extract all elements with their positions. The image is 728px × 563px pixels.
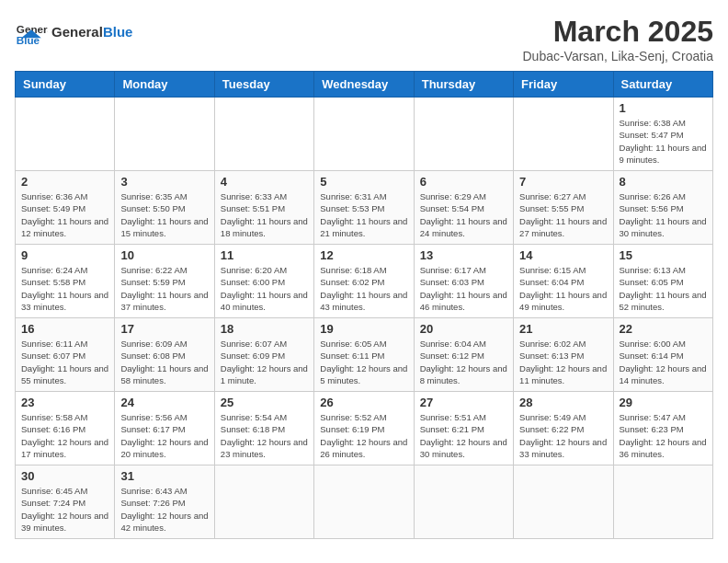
calendar-cell: 1Sunrise: 6:38 AM Sunset: 5:47 PM Daylig… bbox=[613, 98, 712, 171]
calendar-week-3: 9Sunrise: 6:24 AM Sunset: 5:58 PM Daylig… bbox=[16, 245, 713, 318]
day-header-tuesday: Tuesday bbox=[214, 72, 313, 98]
day-number: 31 bbox=[120, 469, 208, 483]
calendar-cell: 6Sunrise: 6:29 AM Sunset: 5:54 PM Daylig… bbox=[414, 171, 513, 245]
day-info: Sunrise: 6:00 AM Sunset: 6:14 PM Dayligh… bbox=[620, 338, 707, 386]
day-number: 24 bbox=[120, 396, 208, 409]
calendar-cell: 23Sunrise: 5:58 AM Sunset: 6:16 PM Dayli… bbox=[16, 392, 115, 465]
day-info: Sunrise: 6:02 AM Sunset: 6:13 PM Dayligh… bbox=[519, 338, 607, 386]
calendar-cell: 2Sunrise: 6:36 AM Sunset: 5:49 PM Daylig… bbox=[16, 171, 115, 245]
day-number: 21 bbox=[519, 322, 607, 336]
day-info: Sunrise: 5:47 AM Sunset: 6:23 PM Dayligh… bbox=[620, 411, 707, 460]
calendar-cell bbox=[414, 98, 513, 171]
calendar-cell bbox=[314, 98, 414, 171]
day-number: 7 bbox=[519, 175, 607, 189]
calendar-cell: 25Sunrise: 5:54 AM Sunset: 6:18 PM Dayli… bbox=[214, 392, 313, 465]
day-header-sunday: Sunday bbox=[16, 72, 115, 98]
calendar-header-row: SundayMondayTuesdayWednesdayThursdayFrid… bbox=[16, 72, 713, 98]
day-info: Sunrise: 6:07 AM Sunset: 6:09 PM Dayligh… bbox=[221, 338, 308, 386]
calendar-cell bbox=[514, 465, 613, 539]
day-number: 11 bbox=[221, 248, 308, 262]
day-info: Sunrise: 6:33 AM Sunset: 5:51 PM Dayligh… bbox=[221, 190, 308, 239]
day-number: 30 bbox=[21, 469, 108, 483]
calendar-cell bbox=[613, 465, 712, 539]
day-number: 15 bbox=[620, 248, 707, 262]
calendar-cell: 4Sunrise: 6:33 AM Sunset: 5:51 PM Daylig… bbox=[214, 171, 313, 245]
day-info: Sunrise: 6:38 AM Sunset: 5:47 PM Dayligh… bbox=[620, 117, 707, 166]
calendar-cell: 3Sunrise: 6:35 AM Sunset: 5:50 PM Daylig… bbox=[115, 171, 214, 245]
day-info: Sunrise: 6:05 AM Sunset: 6:11 PM Dayligh… bbox=[320, 338, 407, 386]
day-number: 28 bbox=[519, 396, 607, 409]
calendar-cell: 15Sunrise: 6:13 AM Sunset: 6:05 PM Dayli… bbox=[613, 245, 712, 318]
day-info: Sunrise: 6:43 AM Sunset: 7:26 PM Dayligh… bbox=[120, 485, 208, 534]
day-info: Sunrise: 6:13 AM Sunset: 6:05 PM Dayligh… bbox=[620, 264, 707, 313]
day-number: 19 bbox=[320, 322, 407, 336]
day-info: Sunrise: 6:45 AM Sunset: 7:24 PM Dayligh… bbox=[21, 485, 108, 534]
day-number: 29 bbox=[620, 396, 707, 409]
day-info: Sunrise: 6:26 AM Sunset: 5:56 PM Dayligh… bbox=[620, 190, 707, 239]
day-header-monday: Monday bbox=[115, 72, 214, 98]
calendar-cell: 5Sunrise: 6:31 AM Sunset: 5:53 PM Daylig… bbox=[314, 171, 414, 245]
day-info: Sunrise: 5:54 AM Sunset: 6:18 PM Dayligh… bbox=[221, 411, 308, 460]
day-number: 8 bbox=[620, 175, 707, 189]
logo: General Blue GeneralBlue bbox=[15, 15, 132, 48]
day-info: Sunrise: 6:27 AM Sunset: 5:55 PM Dayligh… bbox=[519, 190, 607, 239]
day-number: 5 bbox=[320, 175, 407, 189]
calendar-cell bbox=[214, 465, 313, 539]
calendar-cell: 19Sunrise: 6:05 AM Sunset: 6:11 PM Dayli… bbox=[314, 318, 414, 392]
day-info: Sunrise: 6:20 AM Sunset: 6:00 PM Dayligh… bbox=[221, 264, 308, 313]
calendar-cell: 10Sunrise: 6:22 AM Sunset: 5:59 PM Dayli… bbox=[115, 245, 214, 318]
day-info: Sunrise: 6:35 AM Sunset: 5:50 PM Dayligh… bbox=[120, 190, 208, 239]
calendar-cell: 16Sunrise: 6:11 AM Sunset: 6:07 PM Dayli… bbox=[16, 318, 115, 392]
day-header-friday: Friday bbox=[514, 72, 613, 98]
location-subtitle: Dubac-Varsan, Lika-Senj, Croatia bbox=[522, 49, 713, 63]
day-number: 4 bbox=[221, 175, 308, 189]
day-number: 18 bbox=[221, 322, 308, 336]
calendar-cell bbox=[514, 98, 613, 171]
day-info: Sunrise: 6:31 AM Sunset: 5:53 PM Dayligh… bbox=[320, 190, 407, 239]
day-info: Sunrise: 5:52 AM Sunset: 6:19 PM Dayligh… bbox=[320, 411, 407, 460]
calendar-cell: 7Sunrise: 6:27 AM Sunset: 5:55 PM Daylig… bbox=[514, 171, 613, 245]
day-number: 1 bbox=[620, 101, 707, 115]
calendar-cell bbox=[314, 465, 414, 539]
calendar-cell: 18Sunrise: 6:07 AM Sunset: 6:09 PM Dayli… bbox=[214, 318, 313, 392]
page-header: General Blue GeneralBlue March 2025 Duba… bbox=[15, 15, 713, 63]
day-info: Sunrise: 5:49 AM Sunset: 6:22 PM Dayligh… bbox=[519, 411, 607, 460]
day-number: 12 bbox=[320, 248, 407, 262]
day-number: 10 bbox=[120, 248, 208, 262]
calendar-cell: 14Sunrise: 6:15 AM Sunset: 6:04 PM Dayli… bbox=[514, 245, 613, 318]
svg-text:Blue: Blue bbox=[17, 34, 40, 46]
day-info: Sunrise: 5:56 AM Sunset: 6:17 PM Dayligh… bbox=[120, 411, 208, 460]
calendar-table: SundayMondayTuesdayWednesdayThursdayFrid… bbox=[15, 71, 713, 539]
calendar-cell: 21Sunrise: 6:02 AM Sunset: 6:13 PM Dayli… bbox=[514, 318, 613, 392]
day-number: 2 bbox=[21, 175, 108, 189]
day-number: 13 bbox=[420, 248, 507, 262]
calendar-cell bbox=[115, 98, 214, 171]
day-info: Sunrise: 6:15 AM Sunset: 6:04 PM Dayligh… bbox=[519, 264, 607, 313]
calendar-cell: 8Sunrise: 6:26 AM Sunset: 5:56 PM Daylig… bbox=[613, 171, 712, 245]
calendar-cell bbox=[16, 98, 115, 171]
calendar-week-4: 16Sunrise: 6:11 AM Sunset: 6:07 PM Dayli… bbox=[16, 318, 713, 392]
day-number: 14 bbox=[519, 248, 607, 262]
day-number: 27 bbox=[420, 396, 507, 409]
calendar-cell: 24Sunrise: 5:56 AM Sunset: 6:17 PM Dayli… bbox=[115, 392, 214, 465]
day-info: Sunrise: 6:29 AM Sunset: 5:54 PM Dayligh… bbox=[420, 190, 507, 239]
day-header-thursday: Thursday bbox=[414, 72, 513, 98]
calendar-cell: 12Sunrise: 6:18 AM Sunset: 6:02 PM Dayli… bbox=[314, 245, 414, 318]
day-header-wednesday: Wednesday bbox=[314, 72, 414, 98]
calendar-week-6: 30Sunrise: 6:45 AM Sunset: 7:24 PM Dayli… bbox=[16, 465, 713, 539]
day-number: 17 bbox=[120, 322, 208, 336]
day-number: 23 bbox=[21, 396, 108, 409]
calendar-cell: 9Sunrise: 6:24 AM Sunset: 5:58 PM Daylig… bbox=[16, 245, 115, 318]
calendar-cell: 26Sunrise: 5:52 AM Sunset: 6:19 PM Dayli… bbox=[314, 392, 414, 465]
calendar-week-1: 1Sunrise: 6:38 AM Sunset: 5:47 PM Daylig… bbox=[16, 98, 713, 171]
day-info: Sunrise: 5:51 AM Sunset: 6:21 PM Dayligh… bbox=[420, 411, 507, 460]
day-header-saturday: Saturday bbox=[613, 72, 712, 98]
calendar-cell bbox=[414, 465, 513, 539]
calendar-cell: 27Sunrise: 5:51 AM Sunset: 6:21 PM Dayli… bbox=[414, 392, 513, 465]
day-number: 3 bbox=[120, 175, 208, 189]
calendar-cell: 20Sunrise: 6:04 AM Sunset: 6:12 PM Dayli… bbox=[414, 318, 513, 392]
day-number: 6 bbox=[420, 175, 507, 189]
day-info: Sunrise: 6:36 AM Sunset: 5:49 PM Dayligh… bbox=[21, 190, 108, 239]
calendar-cell: 29Sunrise: 5:47 AM Sunset: 6:23 PM Dayli… bbox=[613, 392, 712, 465]
day-info: Sunrise: 6:09 AM Sunset: 6:08 PM Dayligh… bbox=[120, 338, 208, 386]
